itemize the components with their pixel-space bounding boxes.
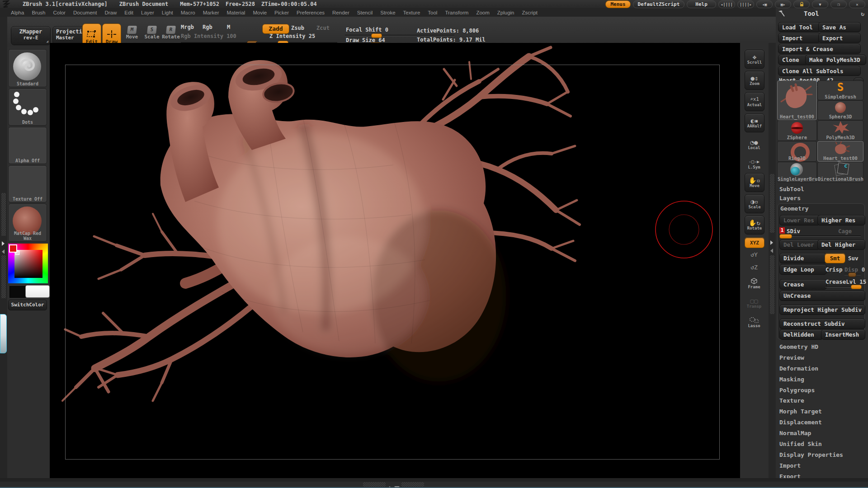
rotate-mode-button[interactable]: R Rotate [162,26,180,40]
save-as-button[interactable]: Save As [818,22,861,32]
zadd-toggle[interactable]: Zadd [262,24,289,34]
help-button[interactable]: Help [687,0,716,8]
clone-button[interactable]: Clone [778,55,808,65]
layers-section[interactable]: Layers [779,195,801,202]
local-button[interactable]: ◔●Local [745,136,764,154]
section-display-properties[interactable]: Display Properties [779,451,843,458]
current-stroke-button[interactable]: Dots [8,89,47,126]
crease-button[interactable]: Crease [779,279,827,290]
panel-expand-right-icon[interactable] [2,239,5,248]
left-divider-texture[interactable] [1,255,6,298]
menu-zplugin[interactable]: Zplugin [497,10,514,15]
menu-material[interactable]: Material [227,10,245,15]
export-button[interactable]: Export [818,33,861,43]
clone-all-subtools-button[interactable]: Clone All SubTools [778,66,861,76]
divide-button[interactable]: Divide [779,253,827,263]
scale-mode-button[interactable]: S Scale [143,26,161,40]
menu-brush[interactable]: Brush [32,10,45,15]
spin-y-button[interactable]: ↺Y [745,249,764,261]
import-button[interactable]: Import [778,33,821,43]
current-texture-button[interactable]: Texture Off [8,165,47,202]
disp-slider[interactable] [844,274,861,275]
disp-slider-label[interactable]: Disp 0 [844,266,865,273]
zoom-button[interactable]: ●⇕Zoom [745,71,764,90]
creaselvl-slider-label[interactable]: CreaseLvl 15 [826,278,866,285]
current-brush-button[interactable]: Standard [8,49,47,87]
menus-button[interactable]: Menus [605,0,630,8]
primary-color-swatch[interactable] [25,285,50,298]
focal-shift-slider[interactable] [345,35,454,36]
menu-draw[interactable]: Draw [104,10,117,15]
make-polymesh3d-button[interactable]: Make PolyMesh3D [805,55,866,65]
close-icon[interactable]: ✕ [849,0,865,8]
cage-button[interactable]: Cage [838,228,852,235]
restore-icon[interactable]: ❐ [830,0,847,8]
panel-arrow-left-icon[interactable] [770,246,773,255]
docked-panel-tab[interactable] [0,314,7,353]
scale-button[interactable]: ◑▫Scale [745,194,764,213]
del-higher-button[interactable]: Del Higher [817,239,865,250]
menu-picker[interactable]: Picker [274,10,289,15]
left-divider-texture[interactable] [1,193,6,236]
switch-color-button[interactable]: SwitchColor [8,300,47,310]
rotate-button[interactable]: ✋↻Rotate [745,216,764,235]
delhidden-button[interactable]: DelHidden [779,329,824,340]
insertmesh-button[interactable]: InsertMesh [821,329,865,340]
smt-toggle[interactable]: Smt [825,253,845,263]
right-divider-texture[interactable] [770,255,774,314]
h-scrollbar-right[interactable] [401,482,424,487]
color-picker[interactable] [8,244,48,283]
menu-stroke[interactable]: Stroke [380,10,395,15]
menu-transform[interactable]: Transform [445,10,468,15]
z-intensity-slider-label[interactable]: Z Intensity 25 [269,33,315,39]
heart-model[interactable] [50,43,740,478]
transp-button[interactable]: ▢▢Transp [745,294,764,312]
menu-alpha[interactable]: Alpha [11,10,24,15]
disp-handle[interactable] [848,272,856,277]
section-displacement[interactable]: Displacement [779,419,822,426]
menu-texture[interactable]: Texture [403,10,420,15]
default-zscript-button[interactable]: DefaultZScript [633,0,685,8]
right-divider-texture[interactable] [770,174,774,233]
lasso-button[interactable]: Lasso [745,313,764,331]
current-material-button[interactable]: MatCap Red Wax [8,204,47,242]
menu-render[interactable]: Render [332,10,349,15]
sdiv-slider-label[interactable]: SDiv [787,228,800,235]
window-back-icon[interactable]: ◂▣ [756,0,773,8]
lsym-button[interactable]: -□-▶L.Sym [745,155,764,173]
heart-test00-thumbnail[interactable]: Heart_test00 [817,141,863,162]
sdiv-handle[interactable] [779,234,792,239]
document-canvas[interactable] [50,43,740,478]
crisp-toggle[interactable]: Crisp [826,266,843,273]
singlelayerbrush-thumbnail[interactable]: SingleLayerBrush [777,162,817,183]
section-texture[interactable]: Texture [779,397,804,404]
lock-icon[interactable] [793,0,810,8]
sphere3d-thumbnail[interactable]: Sphere3D [817,100,863,120]
reproject-button[interactable]: Reproject Higher Subdiv [779,305,865,315]
scroll-right-icon[interactable]: ||||▸ [737,0,754,8]
polymesh3d-thumbnail[interactable]: PolyMesh3D [817,120,863,141]
spin-z-button[interactable]: ↺Z [745,262,764,273]
section-masking[interactable]: Masking [779,376,804,383]
panel-collapse-left-icon[interactable] [2,247,5,256]
uncrease-button[interactable]: UnCrease [779,291,865,301]
section-morph-target[interactable]: Morph Target [779,408,822,415]
zsub-toggle[interactable]: Zsub [291,25,304,31]
load-tool-button[interactable]: Load Tool [778,22,821,32]
mrgb-toggle[interactable]: Mrgb [181,24,194,30]
directionalbrush-thumbnail[interactable]: c DirectionalBrush [817,162,863,183]
m-toggle[interactable]: M [227,24,230,30]
aahalf-button[interactable]: ◐▪AAHalf [745,113,764,132]
secondary-color-swatch[interactable] [9,286,26,298]
scroll-left-icon[interactable]: ◂|||| [718,0,735,8]
reconstruct-button[interactable]: Reconstruct Subdiv [779,319,865,329]
rgb-toggle[interactable]: Rgb [203,24,212,30]
creaselvl-handle[interactable] [851,285,862,289]
menu-document[interactable]: Document [73,10,97,15]
lower-res-button[interactable]: Lower Res [779,215,820,225]
section-preview[interactable]: Preview [779,354,804,361]
section-normalmap[interactable]: NormalMap [779,430,811,436]
menu-light[interactable]: Light [162,10,173,15]
zsphere-thumbnail[interactable]: ZSphere [777,120,817,141]
section-deformation[interactable]: Deformation [779,365,818,372]
